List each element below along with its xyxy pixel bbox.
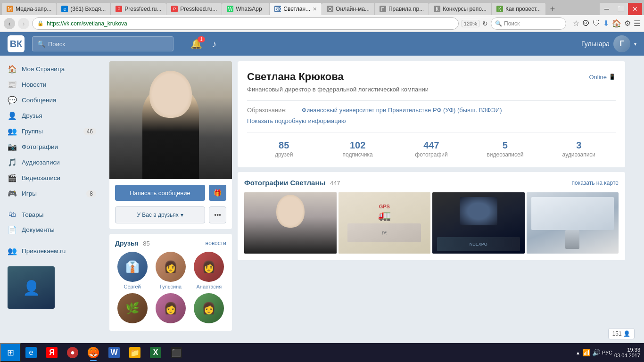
- house-icon[interactable]: 🏠: [612, 19, 621, 28]
- taskbar-excel-icon[interactable]: X: [145, 343, 166, 362]
- vk-user-menu[interactable]: Гульнара Г ▾: [581, 35, 636, 52]
- sidebar-item-messages[interactable]: 💬 Сообщения: [0, 92, 104, 108]
- sidebar-item-privlekaem[interactable]: 👥 Привлекаем.ru: [0, 243, 104, 259]
- photo-thumb-4[interactable]: [527, 192, 619, 254]
- friend-item-gulsina[interactable]: 👩 Гульсина: [153, 252, 188, 289]
- tab-vk[interactable]: ВК Светлан... ✕: [270, 3, 322, 15]
- tab-contests[interactable]: К Конкурсы репо...: [429, 3, 491, 15]
- sidebar-item-audio[interactable]: 🎵 Аудиозаписи: [0, 155, 104, 170]
- settings-icon[interactable]: ⚙: [624, 19, 631, 28]
- maximize-button[interactable]: ⬜: [614, 3, 628, 15]
- friend-item-4[interactable]: 🌿: [115, 293, 149, 325]
- counter-badge: 151 👤: [608, 328, 635, 339]
- stat-subscribers[interactable]: 102 подписчика: [321, 140, 394, 158]
- photo-thumb-1[interactable]: [244, 192, 337, 254]
- profile-photo-image[interactable]: [109, 61, 232, 179]
- tab-how[interactable]: К Как провест...: [492, 3, 545, 15]
- tab-inbox[interactable]: e (361) Входя...: [57, 3, 110, 15]
- gift-button[interactable]: 🎁: [209, 185, 226, 201]
- sidebar-item-my-page[interactable]: 🏠 Моя Страница: [0, 61, 104, 77]
- photo3-stage: NDEXPO: [437, 237, 520, 251]
- sidebar-label-privlekaem: Привлекаем.ru: [22, 247, 66, 255]
- taskbar-app8-icon[interactable]: ⬛: [166, 343, 187, 362]
- reload-button[interactable]: ↻: [482, 20, 488, 27]
- stat-videos[interactable]: 5 видеозаписей: [468, 140, 542, 158]
- tab-online-label: Онлайн-ма...: [336, 6, 370, 12]
- taskbar-clock: 19:33 03.04.2017: [614, 347, 640, 358]
- stat-audio-label: аудиозаписи: [562, 151, 595, 158]
- sidebar-item-groups[interactable]: 👥 Группы 46: [0, 123, 104, 139]
- sidebar-item-friends[interactable]: 👤 Друзья: [0, 108, 104, 123]
- url-bar[interactable]: 🔒 https://vk.com/svetlana_krukova: [32, 17, 459, 30]
- sidebar-item-goods[interactable]: 🛍 Товары: [0, 207, 104, 222]
- tab-rules[interactable]: П Правила пр...: [375, 3, 429, 15]
- stat-friends[interactable]: 85 друзей: [247, 140, 321, 158]
- sidebar-item-news[interactable]: 📰 Новости: [0, 77, 104, 92]
- taskbar-explorer-icon[interactable]: 📁: [124, 343, 145, 362]
- tab-pf1[interactable]: P Pressfeed.ru...: [111, 3, 166, 15]
- photo2-content: GPS 🚛 🗺: [339, 192, 431, 254]
- vk-notification-icon[interactable]: 🔔 1: [190, 38, 202, 49]
- friend-item-sergey[interactable]: 👔 Сергей: [115, 252, 149, 289]
- sidebar-user-avatar[interactable]: 👤: [8, 266, 55, 309]
- tab-online-favicon: О: [327, 6, 333, 12]
- volume-icon[interactable]: 🔊: [592, 349, 600, 356]
- taskbar-firefox-icon[interactable]: 🦊: [83, 343, 104, 362]
- menu-icon[interactable]: ☰: [634, 19, 640, 28]
- home-sidebar-icon: 🏠: [8, 65, 17, 74]
- sidebar-item-video[interactable]: 🎬 Видеозаписи: [0, 170, 104, 186]
- taskbar-media-icon[interactable]: ●: [62, 343, 83, 362]
- education-value[interactable]: Финансовый университет при Правительстве…: [302, 107, 502, 114]
- more-button[interactable]: •••: [209, 206, 226, 223]
- online-label: Online: [589, 74, 607, 81]
- taskbar-ie-icon[interactable]: e: [21, 343, 41, 362]
- bookmark-icon[interactable]: ☆: [573, 19, 579, 28]
- stat-subscribers-number: 102: [321, 140, 394, 151]
- close-button[interactable]: ✕: [628, 3, 642, 15]
- stat-audio[interactable]: 3 аудиозаписи: [542, 140, 616, 158]
- vk-music-icon[interactable]: ♪: [212, 39, 216, 49]
- friends-news-link[interactable]: новости: [206, 240, 226, 247]
- vk-logo[interactable]: ВК: [8, 35, 25, 52]
- sidebar-item-games[interactable]: 🎮 Игры 8: [0, 186, 104, 201]
- tab-wa[interactable]: W WhatsApp: [222, 3, 269, 15]
- taskbar-yandex-icon[interactable]: Я: [41, 343, 62, 362]
- tab-pf2[interactable]: P Pressfeed.ru...: [166, 3, 222, 15]
- tab-new-button[interactable]: +: [546, 3, 559, 15]
- start-button[interactable]: ⊞: [0, 343, 21, 362]
- show-more-link[interactable]: Показать подробную информацию: [247, 117, 616, 124]
- word-app-icon: W: [108, 347, 120, 358]
- vk-search-bar[interactable]: 🔍 Поиск: [32, 36, 173, 51]
- education-label: Образование:: [247, 107, 294, 114]
- photos-map-link[interactable]: показать на карте: [572, 180, 619, 186]
- friend-item-5[interactable]: 👩: [153, 293, 188, 325]
- tab-media[interactable]: M Медиа-запр...: [2, 3, 56, 15]
- taskbar-word-icon[interactable]: W: [104, 343, 124, 362]
- write-message-button[interactable]: Написать сообщение: [115, 185, 205, 201]
- photo-thumb-3[interactable]: NDEXPO: [432, 192, 525, 254]
- goods-sidebar-icon: 🛍: [8, 210, 17, 219]
- sidebar-item-photos[interactable]: 📷 Фотографии: [0, 139, 104, 155]
- sidebar-divider-1: [0, 201, 104, 207]
- stat-photos[interactable]: 447 фотографий: [395, 140, 468, 158]
- friend-item-anastasia[interactable]: 👩 Анастасия: [192, 252, 226, 289]
- search-placeholder: Поиск: [504, 20, 520, 27]
- home-icon[interactable]: ⭗: [582, 19, 590, 28]
- browser-search-bar[interactable]: 🔍 Поиск: [491, 17, 566, 30]
- friend-name-gulsina: Гульсина: [160, 284, 182, 289]
- tray-arrow[interactable]: ▲: [576, 350, 580, 355]
- sidebar-item-docs[interactable]: 📄 Документы: [0, 222, 104, 238]
- back-button[interactable]: ‹: [4, 18, 15, 29]
- minimize-button[interactable]: ─: [600, 3, 614, 15]
- profile-info-column: Светлана Крюкова Online 📱 Финансовый дир…: [238, 61, 625, 337]
- photo-thumb-2[interactable]: GPS 🚛 🗺: [339, 192, 431, 254]
- forward-button[interactable]: ›: [18, 18, 29, 29]
- download-icon[interactable]: ⬇: [603, 19, 609, 28]
- sidebar-label-docs: Документы: [22, 226, 55, 233]
- tab-online[interactable]: О Онлайн-ма...: [322, 3, 374, 15]
- stat-friends-label: друзей: [275, 151, 293, 158]
- shield-icon[interactable]: 🛡: [593, 19, 600, 28]
- friend-item-6[interactable]: 👩: [192, 293, 226, 325]
- friends-status-button[interactable]: У Вас в друзьях ▾: [115, 206, 205, 223]
- tab-vk-close[interactable]: ✕: [313, 6, 317, 12]
